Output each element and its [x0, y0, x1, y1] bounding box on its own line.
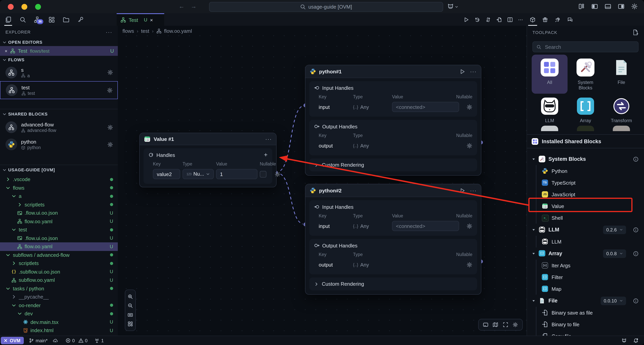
new-block-icon[interactable] [632, 29, 638, 36]
block-item-value[interactable]: Value [536, 200, 644, 212]
chev-r-icon[interactable] [17, 202, 22, 207]
node-menu-icon[interactable]: ··· [265, 136, 272, 142]
handle-row[interactable]: output {..}Any [314, 140, 472, 151]
canvas-settings-icon[interactable] [512, 322, 518, 327]
command-center-search[interactable]: usage-guide [OVM] [209, 2, 443, 12]
tree-item[interactable]: a [0, 192, 118, 200]
version-select[interactable]: 0.2.6 [603, 225, 626, 234]
breadcrumb-item[interactable]: flow.oo.yaml [164, 28, 192, 34]
settings-gear-icon[interactable] [631, 3, 638, 10]
node-header[interactable]: python#2 ··· [306, 184, 481, 197]
close-window-button[interactable] [8, 4, 14, 10]
chev-r-icon[interactable] [11, 261, 16, 266]
customize-layout-icon[interactable] [578, 3, 585, 10]
run-node-icon[interactable] [460, 69, 465, 74]
category-llm[interactable]: LLM [532, 94, 568, 126]
info-icon[interactable] [633, 251, 638, 256]
split-editor-icon[interactable] [507, 17, 513, 23]
tree-item[interactable]: .flow.ui.oo.jsonU [0, 209, 118, 217]
block-item-llm[interactable]: LLM [536, 236, 644, 247]
block-item-shell[interactable]: >_Shell [536, 212, 644, 224]
tree-item[interactable]: subflows / advanced-flow [0, 251, 118, 259]
open-editors-header[interactable]: OPEN EDITORS [0, 38, 118, 46]
flow-item-test[interactable]: test test [0, 81, 118, 99]
category-transform[interactable]: Transform [604, 94, 639, 126]
extensions-tab-gift-icon[interactable] [542, 13, 549, 26]
assistant-cat-icon[interactable] [447, 3, 454, 10]
tree-item[interactable]: scriptlets [0, 200, 118, 209]
editor-tab-test[interactable]: Test U × [117, 13, 164, 26]
chev-r-icon[interactable] [11, 294, 16, 299]
block-item-python[interactable]: Python [536, 165, 644, 177]
node-python2[interactable]: python#2 ··· Input Handles Key Type Valu… [305, 184, 481, 295]
tree-item[interactable]: flows [0, 184, 118, 192]
value-field[interactable]: <connected> [392, 102, 459, 112]
flows-section-header[interactable]: FLOWS [0, 56, 118, 64]
block-group-array[interactable]: [ ]Array0.0.8 [527, 247, 644, 259]
problems-indicator[interactable]: 0 0 [66, 338, 88, 343]
git-branch[interactable]: main* [29, 338, 48, 343]
block-item-javascript[interactable]: JSJavaScript [536, 188, 644, 200]
node-value1[interactable]: Value #1 ··· Handles + Key Type Value Nu… [139, 133, 276, 187]
custom-rendering-toggle[interactable]: Custom Rendering [309, 277, 477, 290]
block-group-llm[interactable]: LLM0.2.6 [527, 224, 644, 236]
chev-d-icon[interactable] [6, 185, 10, 190]
history-back-icon[interactable]: ← [179, 3, 184, 9]
node-header[interactable]: Value #1 ··· [140, 133, 276, 145]
shared-block-advanced-flow[interactable]: advanced-flow advanced-flow [0, 119, 118, 136]
block-item-binary-to-file[interactable]: Binary to file [536, 318, 644, 330]
chev-d-icon[interactable] [11, 303, 16, 308]
zoom-in-icon[interactable] [128, 294, 133, 299]
close-editor-icon[interactable]: × [5, 48, 8, 54]
tree-item[interactable]: scriptlets [0, 259, 118, 267]
gear-icon[interactable] [107, 124, 113, 130]
disclosure-triangle-icon[interactable] [532, 299, 536, 303]
minimap-icon[interactable] [493, 322, 498, 327]
tree-item[interactable]: dev.main.tsxU [0, 318, 118, 326]
open-file-icon[interactable] [496, 17, 502, 23]
gear-icon[interactable] [107, 87, 113, 93]
zoom-out-icon[interactable] [128, 303, 133, 308]
toggle-sidebar-icon[interactable] [591, 3, 598, 10]
toolpack-tab-package-icon[interactable] [529, 13, 536, 26]
explorer-files-icon[interactable] [3, 13, 13, 26]
gear-icon[interactable] [274, 171, 280, 177]
fit-view-icon[interactable] [502, 322, 508, 327]
node-menu-icon[interactable]: ··· [470, 187, 477, 194]
history-forward-icon[interactable]: → [191, 3, 196, 9]
tree-item[interactable]: {}.subflow.ui.oo.jsonU [0, 267, 118, 276]
category-file[interactable]: File [604, 55, 639, 94]
tree-item[interactable]: flow.oo.yamlU [0, 242, 118, 251]
version-select[interactable]: 0.0.8 [603, 249, 626, 258]
info-icon[interactable] [633, 227, 638, 232]
chevron-down-icon[interactable] [455, 5, 458, 9]
flow-editor-canvas[interactable]: flows › test › flow.oo.yaml python#1 ·· [118, 26, 527, 336]
breadcrumb-item[interactable]: flows [122, 28, 134, 34]
more-actions-icon[interactable]: ⋯ [518, 17, 524, 23]
block-item-iter-args[interactable]: [x]Iter Args [536, 259, 644, 271]
flow-item-s[interactable]: s a [0, 64, 118, 81]
zoom-window-button[interactable] [35, 4, 41, 10]
category-all[interactable]: All [532, 55, 568, 94]
add-handle-icon[interactable]: + [264, 151, 268, 158]
tree-item[interactable]: .vscode [0, 175, 118, 184]
tree-item[interactable]: subflow.oo.yamlU [0, 276, 118, 284]
chev-d-icon[interactable] [17, 311, 22, 316]
chev-d-icon[interactable] [6, 252, 10, 258]
rerun-icon[interactable] [474, 17, 480, 23]
compare-changes-icon[interactable] [485, 17, 491, 23]
tab-close-icon[interactable]: × [150, 17, 153, 23]
run-node-icon[interactable] [460, 188, 465, 193]
search-activity-icon[interactable] [18, 13, 28, 26]
category-array[interactable]: Array [568, 94, 604, 126]
tree-item[interactable]: test [0, 226, 118, 234]
block-item-filter[interactable]: [ ]Filter [536, 271, 644, 283]
chev-r-icon[interactable] [6, 177, 10, 182]
gear-icon[interactable] [107, 141, 113, 147]
tree-item[interactable]: __pycache__ [0, 293, 118, 301]
version-select[interactable]: 0.0.10 [600, 296, 626, 305]
block-item-typescript[interactable]: TSTypeScript [536, 177, 644, 188]
gear-icon[interactable] [466, 104, 472, 110]
disclosure-triangle-icon[interactable] [532, 251, 536, 255]
tree-item[interactable]: dev [0, 309, 118, 318]
